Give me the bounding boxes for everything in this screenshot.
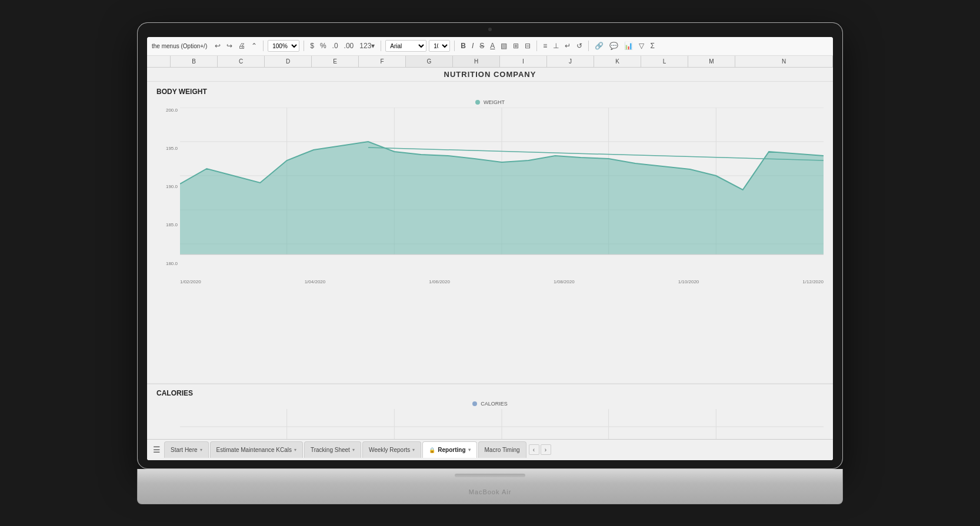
col-h[interactable]: H (453, 56, 500, 67)
calories-legend-dot (472, 401, 477, 406)
col-f[interactable]: F (359, 56, 406, 67)
tab-reporting-arrow: ▾ (468, 447, 471, 453)
fill-color-button[interactable]: ▧ (499, 41, 509, 51)
calories-legend: CALORIES (156, 401, 824, 407)
col-j[interactable]: J (547, 56, 594, 67)
rotate-button[interactable]: ↺ (575, 41, 584, 51)
link-button[interactable]: 🔗 (593, 41, 605, 51)
tab-reporting[interactable]: 🔒 Reporting ▾ (422, 441, 476, 458)
print-button[interactable]: 🖨 (236, 41, 247, 51)
tab-estimate-maintenance-label: Estimate Maintenance KCals (216, 447, 292, 453)
filter-button[interactable]: ▽ (637, 41, 646, 51)
col-e[interactable]: E (312, 56, 359, 67)
divider-1 (263, 41, 264, 51)
tab-nav-next[interactable]: › (541, 444, 551, 455)
macbook-label: MacBook Air (469, 488, 512, 495)
formula-button[interactable]: Σ (648, 41, 656, 51)
bold-button[interactable]: B (459, 41, 468, 51)
decimal2-button[interactable]: .00 (342, 41, 356, 51)
format-button[interactable]: ⌃ (249, 41, 259, 51)
weight-legend-label: WEIGHT (484, 99, 505, 105)
macbook-base: MacBook Air (137, 469, 843, 504)
tab-start-here-label: Start Here (171, 447, 198, 453)
col-d[interactable]: D (265, 56, 312, 67)
body-weight-section: BODY WEIGHT WEIGHT 200.0 195.0 190 (147, 82, 833, 384)
screen-bezel: the menus (Option+/) ↩ ↪ 🖨 ⌃ 100% $ % .0 (138, 23, 842, 468)
col-g[interactable]: G (406, 56, 453, 67)
menu-hint-text: the menus (Option+/) (152, 43, 207, 49)
divider-5 (536, 41, 537, 51)
sheet-menu-button[interactable]: ☰ (149, 445, 164, 454)
reporting-lock-icon: 🔒 (429, 447, 435, 453)
tab-tracking-arrow: ▾ (352, 447, 355, 453)
decimal-button[interactable]: .0 (331, 41, 340, 51)
align-button[interactable]: ≡ (541, 41, 549, 51)
weight-legend-dot (475, 100, 480, 105)
tab-start-here-arrow: ▾ (200, 447, 202, 453)
calories-title: CALORIES (156, 389, 824, 397)
redo-button[interactable]: ↪ (225, 41, 234, 51)
body-weight-chart: 200.0 195.0 190.0 185.0 180.0 (156, 108, 824, 278)
x-label-106: 1/06/2020 (429, 279, 450, 284)
tab-reporting-label: Reporting (438, 447, 465, 453)
font-size-select[interactable]: 10 (429, 40, 450, 52)
tab-macro-timing[interactable]: Macro Timing (478, 441, 526, 458)
column-headers: B C D E F G H I J K L M N (147, 56, 833, 68)
macbook-body: the menus (Option+/) ↩ ↪ 🖨 ⌃ 100% $ % .0 (137, 22, 843, 469)
col-i[interactable]: I (500, 56, 547, 67)
valign-button[interactable]: ⊥ (551, 41, 561, 51)
col-l[interactable]: L (641, 56, 688, 67)
tab-weekly-reports[interactable]: Weekly Reports ▾ (362, 441, 421, 458)
tab-estimate-arrow: ▾ (294, 447, 296, 453)
zoom-select[interactable]: 100% (268, 40, 299, 52)
divider-6 (588, 41, 589, 51)
col-c[interactable]: C (218, 56, 265, 67)
text-color-button[interactable]: A (488, 41, 496, 51)
col-n[interactable]: N (735, 56, 833, 67)
y-label-180: 180.0 (156, 261, 180, 266)
spreadsheet-toolbar: the menus (Option+/) ↩ ↪ 🖨 ⌃ 100% $ % .0 (147, 37, 833, 56)
col-b[interactable]: B (171, 56, 218, 67)
body-weight-legend: WEIGHT (156, 99, 824, 105)
comment-button[interactable]: 💬 (608, 41, 620, 51)
tab-macro-timing-label: Macro Timing (485, 447, 520, 453)
tab-nav-prev[interactable]: ‹ (529, 444, 539, 455)
tab-weekly-label: Weekly Reports (369, 447, 410, 453)
col-m[interactable]: M (688, 56, 735, 67)
tab-tracking-label: Tracking Sheet (311, 447, 350, 453)
borders-button[interactable]: ⊞ (511, 41, 521, 51)
x-label-110: 1/10/2020 (678, 279, 699, 284)
x-label-108: 1/08/2020 (554, 279, 575, 284)
camera-dot (488, 28, 492, 31)
macbook-container: the menus (Option+/) ↩ ↪ 🖨 ⌃ 100% $ % .0 (137, 22, 843, 504)
currency-button[interactable]: $ (308, 41, 316, 51)
merge-button[interactable]: ⊟ (523, 41, 532, 51)
undo-button[interactable]: ↩ (213, 41, 222, 51)
x-label-112: 1/12/2020 (802, 279, 824, 284)
y-label-190: 190.0 (156, 184, 180, 189)
chart-button[interactable]: 📊 (622, 41, 635, 51)
spreadsheet-title: NUTRITION COMPANY (147, 68, 833, 82)
body-weight-svg (180, 108, 824, 278)
body-weight-title: BODY WEIGHT (156, 88, 824, 96)
col-k[interactable]: K (594, 56, 641, 67)
y-label-200: 200.0 (156, 108, 180, 113)
body-weight-y-axis: 200.0 195.0 190.0 185.0 180.0 (156, 108, 180, 266)
font-select[interactable]: Arial (385, 40, 426, 52)
tab-estimate-maintenance[interactable]: Estimate Maintenance KCals ▾ (210, 441, 303, 458)
italic-button[interactable]: I (470, 41, 475, 51)
tab-weekly-arrow: ▾ (412, 447, 415, 453)
calories-legend-label: CALORIES (481, 401, 508, 407)
wrap-button[interactable]: ↵ (563, 41, 572, 51)
y-label-195: 195.0 (156, 146, 180, 151)
number-format-button[interactable]: 123▾ (358, 41, 376, 51)
row-number-col (147, 56, 171, 67)
strikethrough-button[interactable]: S (478, 41, 486, 51)
sheet-tabs-bar: ☰ Start Here ▾ Estimate Maintenance KCal… (147, 439, 833, 460)
divider-2 (304, 41, 304, 51)
screen: the menus (Option+/) ↩ ↪ 🖨 ⌃ 100% $ % .0 (147, 37, 833, 460)
tab-start-here[interactable]: Start Here ▾ (164, 441, 209, 458)
divider-3 (381, 41, 381, 51)
tab-tracking-sheet[interactable]: Tracking Sheet ▾ (304, 441, 361, 458)
percent-button[interactable]: % (318, 41, 328, 51)
